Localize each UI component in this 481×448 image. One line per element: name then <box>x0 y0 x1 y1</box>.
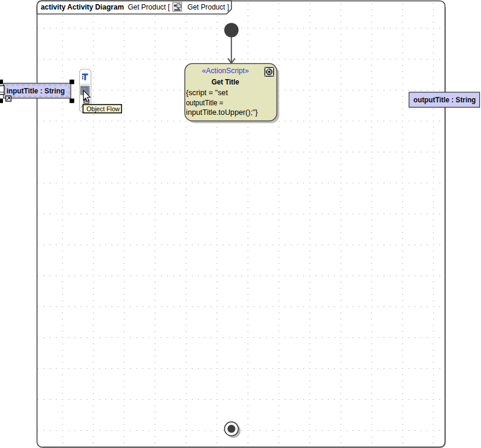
svg-text:activity Activity Diagram: activity Activity Diagram <box>41 2 124 11</box>
svg-text:«ActionScript»: «ActionScript» <box>202 67 249 75</box>
svg-text:Object Flow: Object Flow <box>87 105 120 112</box>
svg-text:inputTitle : String: inputTitle : String <box>7 86 65 95</box>
svg-text:inputTitle.toUpper();"}: inputTitle.toUpper();"} <box>186 108 258 117</box>
svg-text:Get Product [: Get Product [ <box>128 2 170 11</box>
svg-text:outputTitle : String: outputTitle : String <box>413 95 476 104</box>
svg-text:outputTitle =: outputTitle = <box>186 99 224 107</box>
svg-text:Get Title: Get Title <box>212 77 240 86</box>
svg-text:{script = "set: {script = "set <box>186 89 228 97</box>
svg-text:Get Product ]: Get Product ] <box>187 2 229 11</box>
